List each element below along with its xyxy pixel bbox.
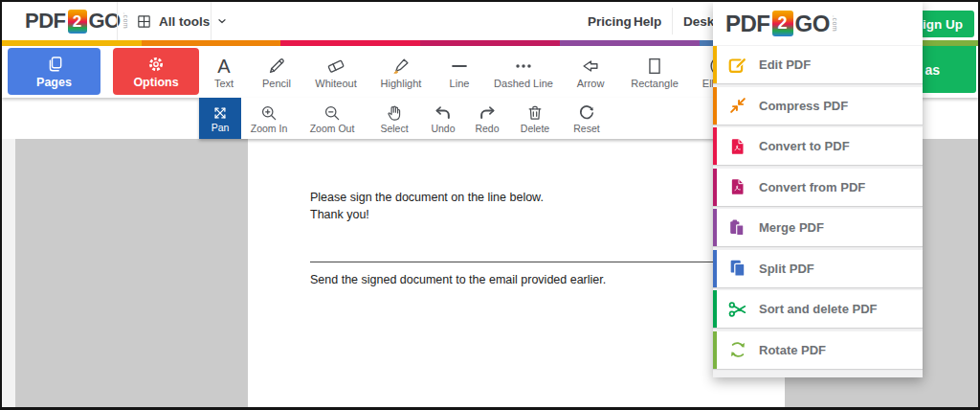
- tool-undo[interactable]: Undo: [421, 98, 465, 139]
- select-hand-icon: [385, 103, 404, 123]
- menu-item-compress-pdf[interactable]: Compress PDF: [713, 87, 923, 125]
- reset-icon: [577, 103, 596, 123]
- header-divider: [117, 2, 118, 40]
- menu-item-convert-from-pdf[interactable]: Convert from PDF: [713, 169, 923, 206]
- scissors-icon: [717, 299, 759, 320]
- pages-button[interactable]: Pages: [8, 48, 100, 95]
- logo-text-go: GO: [89, 9, 121, 34]
- logo-text-pdf: PDF: [725, 11, 770, 37]
- dropdown-brand-logo[interactable]: PDF2GO .com: [713, 2, 923, 45]
- tool-delete[interactable]: Delete: [509, 98, 561, 139]
- tool-zoom-in[interactable]: Zoom In: [241, 98, 297, 139]
- logo-tld: .com: [832, 15, 838, 32]
- dropdown-menu: Edit PDF Compress PDF Convert to PDF Con…: [713, 45, 923, 369]
- tool-text[interactable]: A Text: [199, 46, 249, 98]
- redo-icon: [478, 103, 497, 123]
- brand-logo[interactable]: PDF2GO .com: [25, 9, 129, 34]
- menu-item-split-pdf[interactable]: Split PDF: [713, 250, 923, 287]
- pages-label: Pages: [36, 76, 72, 89]
- tool-arrow[interactable]: Arrow: [563, 46, 618, 98]
- tool-select[interactable]: Select: [368, 98, 421, 139]
- pencil-icon: [266, 56, 287, 77]
- dropdown-logo-wrap: PDF2GO .com: [725, 11, 838, 37]
- secondary-toolbar: Pan Zoom In Zoom Out Select Undo Redo De…: [199, 98, 731, 139]
- header-divider: [211, 2, 212, 40]
- arrow-icon: [580, 56, 601, 77]
- tool-pan[interactable]: Pan: [199, 98, 241, 139]
- header-divider: [672, 8, 673, 34]
- rotate-icon: [717, 339, 759, 360]
- dashed-line-icon: [513, 56, 534, 77]
- nav-pricing[interactable]: Pricing: [588, 2, 632, 40]
- rectangle-icon: [644, 56, 665, 77]
- tool-redo[interactable]: Redo: [465, 98, 509, 139]
- menu-item-merge-pdf[interactable]: Merge PDF: [713, 209, 923, 246]
- pages-icon: [45, 55, 64, 74]
- zoom-in-icon: [259, 103, 278, 123]
- menu-item-sort-delete-pdf[interactable]: Sort and delete PDF: [713, 290, 923, 328]
- tool-line[interactable]: Line: [434, 46, 484, 98]
- all-tools-menu-button[interactable]: All tools: [124, 2, 239, 40]
- nav-help[interactable]: Help: [634, 2, 661, 40]
- split-pdf-icon: [717, 258, 759, 279]
- pdf-page[interactable]: Please sign the document on the line bel…: [248, 139, 785, 407]
- logo-text-pdf: PDF: [25, 9, 66, 34]
- highlighter-icon: [390, 56, 412, 77]
- signature-line: [310, 262, 758, 262]
- chevron-down-icon: [216, 15, 228, 27]
- merge-pdf-icon: [717, 217, 759, 239]
- tool-dashed-line[interactable]: Dashed Line: [484, 46, 563, 98]
- text-icon: A: [217, 56, 230, 77]
- trash-icon: [525, 103, 545, 123]
- tool-reset[interactable]: Reset: [561, 98, 612, 139]
- compress-pdf-icon: [717, 95, 759, 116]
- options-label: Options: [133, 76, 178, 89]
- pan-icon: [212, 104, 229, 122]
- zoom-out-icon: [323, 103, 342, 123]
- undo-icon: [434, 103, 453, 123]
- pdf-file-icon: [717, 176, 759, 197]
- logo-text-go: GO: [795, 11, 830, 37]
- edit-pdf-icon: [717, 55, 759, 76]
- menu-item-rotate-pdf[interactable]: Rotate PDF: [713, 331, 923, 369]
- document-text-line: Thank you!: [310, 208, 369, 221]
- gear-icon: [146, 55, 166, 74]
- all-tools-label: All tools: [159, 14, 210, 29]
- tool-highlight[interactable]: Highlight: [368, 46, 434, 98]
- grid-icon: [136, 13, 152, 30]
- logo-2-badge: 2: [68, 10, 87, 34]
- tools-dropdown-panel: PDF2GO .com Edit PDF Compress PDF: [713, 2, 923, 377]
- menu-item-convert-to-pdf[interactable]: Convert to PDF: [713, 127, 923, 165]
- options-button[interactable]: Options: [113, 48, 199, 95]
- menu-item-edit-pdf[interactable]: Edit PDF: [713, 46, 923, 83]
- line-icon: [449, 56, 470, 77]
- app-window: PDF2GO .com All tools Pricing Help Deskt…: [0, 0, 980, 410]
- document-text-line: Please sign the document on the line bel…: [310, 191, 544, 204]
- logo-2-badge: 2: [772, 11, 793, 36]
- tool-whiteout[interactable]: Whiteout: [304, 46, 368, 98]
- drawing-tools: A Text Pencil Whiteout Highlight Line: [199, 46, 745, 98]
- tool-zoom-out[interactable]: Zoom Out: [297, 98, 368, 139]
- document-text-line: Send the signed document to the email pr…: [310, 273, 606, 286]
- tool-pencil[interactable]: Pencil: [249, 46, 304, 98]
- tool-rectangle[interactable]: Rectangle: [618, 46, 691, 98]
- eraser-icon: [325, 56, 346, 77]
- pdf-file-icon: [717, 136, 759, 157]
